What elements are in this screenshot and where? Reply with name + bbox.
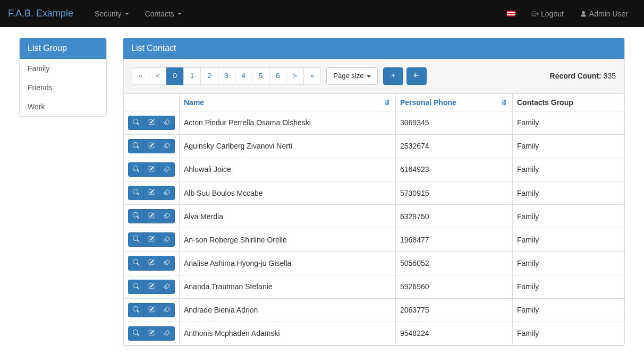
pagination: « < 0 1 2 3 4 5 6 > » [132,67,321,85]
eraser-icon [164,119,170,125]
search-icon [133,306,139,313]
col-contacts-group: Contacts Group [513,93,624,111]
row-edit-button[interactable] [143,326,159,341]
cell-phone: 2063775 [396,298,513,322]
row-actions [128,209,175,223]
row-delete-button[interactable] [159,326,175,341]
edit-icon [148,236,155,242]
row-delete-button[interactable] [159,116,175,130]
row-actions [128,280,175,294]
row-edit-button[interactable] [143,139,159,153]
flag-icon [507,11,515,16]
row-edit-button[interactable] [143,303,159,317]
cell-name: Anthonis Mcphaden Adamski [180,322,396,345]
row-show-button[interactable] [128,116,144,130]
record-count: Record Count: 335 [550,72,616,80]
row-delete-button[interactable] [159,162,175,177]
row-show-button[interactable] [128,256,144,270]
page-size-label: Page size [333,72,363,80]
nav-contacts-label: Contacts [145,10,174,18]
row-edit-button[interactable] [143,162,159,177]
col-actions [124,93,180,111]
cell-name: Acton Pindur Perrella Osama Olsheski [180,111,396,134]
back-arrow-icon [413,72,420,79]
row-delete-button[interactable] [159,186,175,200]
search-icon [133,142,139,149]
edit-icon [148,212,155,219]
col-personal-phone[interactable]: Personal Phone [396,93,513,111]
row-actions [128,303,175,317]
row-show-button[interactable] [128,280,144,294]
cell-group: Family [513,134,624,158]
navbar: F.A.B. Example Security Contacts Logout … [0,0,644,27]
sidebar-item-family[interactable]: Family [20,59,106,78]
cell-group: Family [513,275,624,298]
page-prev[interactable]: < [149,67,167,85]
page-4[interactable]: 4 [235,67,252,85]
plus-icon [390,72,396,79]
row-edit-button[interactable] [143,256,159,270]
eraser-icon [164,259,170,265]
page-size-button[interactable]: Page size [326,67,378,85]
row-delete-button[interactable] [159,280,175,294]
row-delete-button[interactable] [159,303,175,317]
page-next[interactable]: > [286,67,304,85]
cell-group: Family [513,181,624,204]
table-row: Aguinsky Carlberg Zivanovi Nerti 2532674… [124,134,624,158]
page-first[interactable]: « [132,67,149,85]
search-icon [133,259,139,265]
sidebar: List Group Family Friends Work [19,38,107,117]
row-edit-button[interactable] [143,232,159,247]
caret-icon [125,13,129,15]
table-row: Alva Merdia 6329750 Family [124,205,624,228]
logout-link[interactable]: Logout [523,2,572,26]
row-delete-button[interactable] [159,256,175,270]
row-edit-button[interactable] [143,116,159,130]
page-3[interactable]: 3 [218,67,235,85]
row-actions [128,256,175,270]
row-actions [128,139,175,153]
row-show-button[interactable] [128,303,144,317]
sidebar-item-friends[interactable]: Friends [20,78,106,97]
page-6[interactable]: 6 [269,67,286,85]
row-edit-button[interactable] [143,280,159,294]
row-delete-button[interactable] [159,209,175,223]
col-name[interactable]: Name [180,93,396,111]
row-delete-button[interactable] [159,232,175,247]
page-1[interactable]: 1 [183,67,201,85]
row-delete-button[interactable] [159,139,175,153]
search-icon [133,236,139,242]
sort-icon[interactable] [502,99,508,106]
sort-icon[interactable] [385,99,391,106]
brand-link[interactable]: F.A.B. Example [8,0,81,27]
page-0[interactable]: 0 [166,67,184,85]
table-toolbar: « < 0 1 2 3 4 5 6 > » Page size [123,59,624,93]
cell-group: Family [513,322,624,345]
logout-icon [531,10,539,18]
row-actions [128,232,175,247]
row-show-button[interactable] [128,139,144,153]
row-show-button[interactable] [128,162,144,177]
sidebar-item-work[interactable]: Work [20,97,106,116]
page-last[interactable]: » [303,67,321,85]
back-button[interactable] [406,67,427,85]
row-show-button[interactable] [128,186,144,200]
row-edit-button[interactable] [143,209,159,223]
cell-group: Family [513,252,624,275]
nav-contacts[interactable]: Contacts [137,2,190,26]
row-show-button[interactable] [128,209,144,223]
page-2[interactable]: 2 [200,67,218,85]
row-show-button[interactable] [128,232,144,247]
cell-group: Family [513,111,624,134]
row-edit-button[interactable] [143,186,159,200]
edit-icon [148,306,155,313]
language-selector[interactable] [499,3,523,24]
nav-security[interactable]: Security [87,2,137,26]
cell-phone: 5730915 [396,181,513,204]
row-show-button[interactable] [128,326,144,341]
row-actions [128,186,175,200]
page-5[interactable]: 5 [252,67,269,85]
eraser-icon [164,283,170,289]
add-button[interactable] [383,67,403,85]
user-menu[interactable]: Admin User [572,2,636,26]
